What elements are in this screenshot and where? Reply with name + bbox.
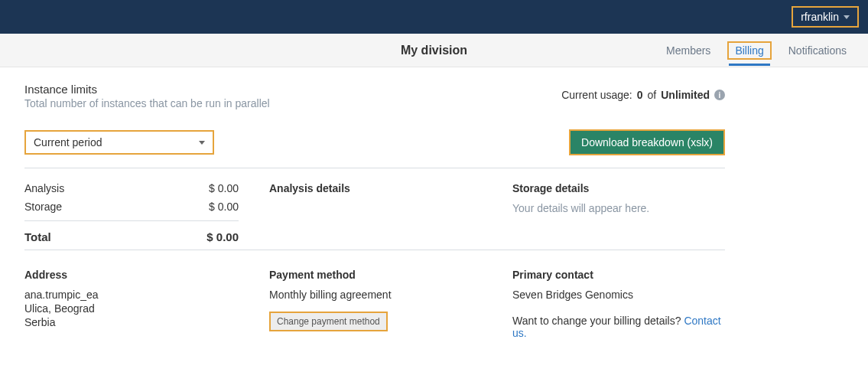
page-title: My division [401, 44, 467, 57]
storage-details-heading: Storage details [512, 182, 725, 194]
instance-limits-row: Instance limits Total number of instance… [24, 83, 725, 109]
total-label: Total [24, 230, 51, 243]
tabs: Members Billing Notifications [663, 41, 868, 60]
cost-row-storage: Storage $ 0.00 [24, 201, 239, 213]
storage-details-column: Storage details Your details will appear… [512, 182, 725, 243]
lower-columns: Address ana.trumpic_ea Ulica, Beograd Se… [24, 250, 725, 339]
analysis-details-heading: Analysis details [269, 182, 482, 194]
address-line: Ulica, Beograd [24, 302, 239, 315]
download-breakdown-button[interactable]: Download breakdown (xslx) [569, 129, 725, 155]
cost-value: $ 0.00 [209, 201, 239, 213]
instance-limits-title: Instance limits [24, 83, 270, 96]
contact-prompt: Want to change your billing details? [512, 315, 684, 327]
contact-prompt-row: Want to change your billing details? Con… [512, 315, 725, 339]
sub-header: My division Members Billing Notification… [0, 34, 868, 67]
info-icon[interactable]: i [714, 90, 725, 100]
tab-notifications[interactable]: Notifications [785, 41, 850, 60]
summary-columns: Analysis $ 0.00 Storage $ 0.00 Total $ 0… [24, 182, 725, 243]
period-select[interactable]: Current period [24, 130, 214, 155]
top-bar: rfranklin [0, 0, 868, 34]
payment-text: Monthly billing agreement [269, 289, 482, 301]
instance-usage: Current usage: 0 of Unlimited i [561, 83, 725, 101]
user-menu[interactable]: rfranklin [792, 6, 859, 28]
usage-value: 0 [637, 89, 643, 101]
payment-heading: Payment method [269, 269, 482, 281]
cost-total-row: Total $ 0.00 [24, 220, 239, 243]
address-heading: Address [24, 269, 239, 281]
usage-limit: Unlimited [661, 89, 710, 101]
cost-label: Analysis [24, 182, 64, 194]
content: Instance limits Total number of instance… [0, 67, 749, 370]
period-value: Current period [34, 136, 102, 148]
address-line: ana.trumpic_ea [24, 289, 239, 301]
total-value: $ 0.00 [206, 230, 239, 243]
cost-label: Storage [24, 201, 62, 213]
analysis-details-column: Analysis details [269, 182, 482, 243]
change-payment-label: Change payment method [277, 316, 380, 327]
usage-of: of [648, 89, 657, 101]
instance-limits-left: Instance limits Total number of instance… [24, 83, 270, 109]
tab-members[interactable]: Members [663, 41, 714, 60]
controls-row: Current period Download breakdown (xslx) [24, 129, 725, 155]
payment-column: Payment method Monthly billing agreement… [269, 269, 482, 339]
instance-limits-subtitle: Total number of instances that can be ru… [24, 97, 270, 109]
tab-billing[interactable]: Billing [727, 41, 771, 60]
address-line: Serbia [24, 316, 239, 328]
storage-empty-text: Your details will appear here. [512, 202, 725, 214]
divider [24, 168, 725, 168]
download-label: Download breakdown (xslx) [581, 136, 713, 148]
username: rfranklin [801, 11, 839, 23]
usage-label: Current usage: [561, 89, 632, 101]
address-column: Address ana.trumpic_ea Ulica, Beograd Se… [24, 269, 239, 339]
cost-value: $ 0.00 [209, 182, 239, 194]
costs-column: Analysis $ 0.00 Storage $ 0.00 Total $ 0… [24, 182, 239, 243]
cost-row-analysis: Analysis $ 0.00 [24, 182, 239, 194]
change-payment-button[interactable]: Change payment method [269, 312, 388, 331]
chevron-down-icon [844, 15, 850, 19]
contact-column: Primary contact Seven Bridges Genomics W… [512, 269, 725, 339]
chevron-down-icon [199, 141, 205, 145]
contact-heading: Primary contact [512, 269, 725, 281]
contact-company: Seven Bridges Genomics [512, 289, 725, 301]
